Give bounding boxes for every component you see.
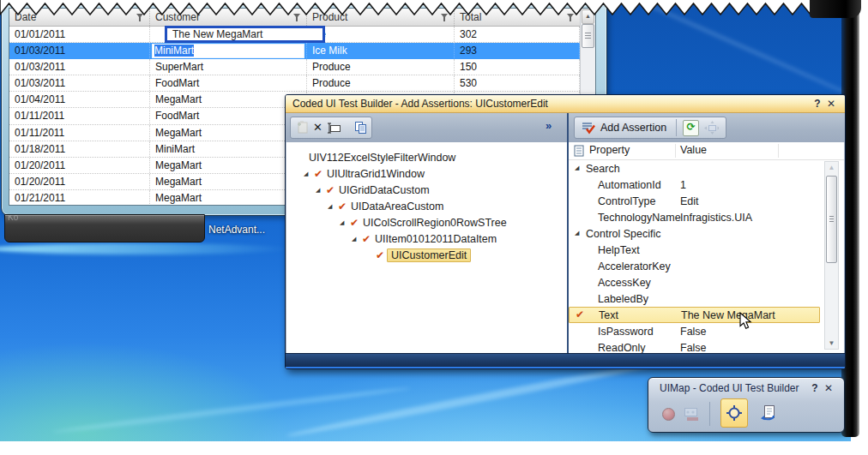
property-row[interactable]: AccessKey xyxy=(569,274,844,290)
wallpaper-light-streak xyxy=(52,385,411,434)
tree-item[interactable]: ◢✔UIDataAreaCustom xyxy=(286,198,567,214)
help-button[interactable]: ? xyxy=(811,98,824,110)
tree-toolbar-group: ✕ xyxy=(290,117,372,139)
refresh-icon[interactable]: ⟳ xyxy=(683,120,699,136)
table-row-selected[interactable]: 01/03/2011 MiniMart Ice Milk 293 xyxy=(9,43,580,59)
uimap-titlebar[interactable]: UIMap - Coded UI Test Builder ? ✕ xyxy=(648,378,844,397)
cell-customer[interactable]: MegaMart xyxy=(150,174,307,189)
cell-date[interactable]: 01/11/2011 xyxy=(9,108,150,123)
tree-item[interactable]: ◢✔UIColScrollRegion0RowSTree xyxy=(286,214,567,230)
selected-text: MiniMart xyxy=(154,45,194,57)
expander-icon[interactable]: ◢ xyxy=(575,165,579,171)
expander-icon[interactable]: ◢ xyxy=(340,219,350,226)
cell-customer[interactable]: SuperMart xyxy=(150,59,307,75)
background-window-bottom: Ko xyxy=(4,214,205,242)
scrollbar-thumb[interactable] xyxy=(582,24,594,48)
property-row[interactable]: ReadOnlyFalse xyxy=(569,339,844,353)
tree-item[interactable]: UIV112ExcelStyleFilterWindow xyxy=(286,149,567,165)
table-row[interactable]: 01/03/2011 FoodMart Produce 530 xyxy=(9,75,580,92)
cell-customer[interactable]: MegaMart xyxy=(150,158,307,173)
tree-item-selected[interactable]: ✔UICustomerEdit xyxy=(286,247,567,263)
thumb-grip xyxy=(585,33,591,39)
value-column-header[interactable]: Value xyxy=(680,144,707,156)
cell-total[interactable]: 530 xyxy=(455,75,580,91)
cell-date[interactable]: 01/18/2011 xyxy=(9,141,150,157)
tree-item[interactable]: ◢✔UIUltraGrid1Window xyxy=(286,165,567,182)
property-row[interactable]: AutomationId1 xyxy=(569,177,844,193)
uimap-toolbar-window: UIMap - Coded UI Test Builder ? ✕ xyxy=(648,377,845,433)
property-row[interactable]: LabeledBy xyxy=(569,290,844,307)
pane-splitter[interactable] xyxy=(567,113,569,353)
navigate-element-icon[interactable] xyxy=(703,120,719,135)
background-window-title[interactable]: NetAdvant... xyxy=(208,224,265,236)
scrollbar-thumb[interactable] xyxy=(826,176,837,263)
property-grid-scrollbar[interactable]: ▲ ▼ xyxy=(824,161,839,350)
cell-date[interactable]: 01/20/2011 xyxy=(9,174,150,189)
expander-icon[interactable]: ◢ xyxy=(316,187,326,194)
add-assertion-icon xyxy=(580,120,595,135)
property-row[interactable]: HelpText xyxy=(569,242,844,258)
cell-total[interactable]: 302 xyxy=(455,27,580,42)
cell-customer[interactable]: FoodMart xyxy=(150,108,307,123)
toolbar-separator xyxy=(709,402,710,426)
add-assertion-button[interactable]: Add Assertion xyxy=(600,122,670,134)
inline-edit-field[interactable]: MiniMart xyxy=(152,44,304,58)
cell-total[interactable]: 293 xyxy=(455,43,580,58)
property-category-row[interactable]: ◢Search xyxy=(569,160,844,177)
rename-element-icon[interactable] xyxy=(327,120,341,135)
delete-element-icon[interactable]: ✕ xyxy=(313,120,322,135)
property-row[interactable]: TechnologyNameInfragistics.UIA xyxy=(569,209,844,225)
record-button[interactable] xyxy=(662,408,675,421)
expander-icon[interactable]: ◢ xyxy=(328,203,338,210)
cell-date[interactable]: 01/03/2011 xyxy=(9,59,150,75)
cell-date[interactable]: 01/01/2011 xyxy=(9,27,150,42)
property-category-row[interactable]: ◢Control Specific xyxy=(569,225,844,242)
generate-code-icon[interactable] xyxy=(756,404,777,423)
cell-customer[interactable]: MegaMart xyxy=(150,125,307,141)
close-button[interactable]: ✕ xyxy=(822,382,835,394)
assertion-toolbar-group: Add Assertion ⟳ xyxy=(574,117,726,139)
cell-customer[interactable]: MiniMart xyxy=(150,141,307,157)
cell-product[interactable]: Ice xyxy=(307,27,455,42)
cell-customer[interactable]: MegaMart xyxy=(150,190,307,205)
add-element-icon[interactable] xyxy=(296,120,309,135)
close-button[interactable]: ✕ xyxy=(824,98,838,110)
cell-total[interactable]: 150 xyxy=(455,59,580,75)
cell-date[interactable]: 01/20/2011 xyxy=(9,158,150,173)
cell-date[interactable]: 01/04/2011 xyxy=(9,92,150,107)
tree-item[interactable]: ◢✔UIItem01012011DataItem xyxy=(286,230,567,247)
help-button[interactable]: ? xyxy=(808,382,822,394)
property-column-header[interactable]: Property xyxy=(589,144,630,156)
cell-date[interactable]: 01/03/2011 xyxy=(9,75,150,91)
property-row[interactable]: IsPasswordFalse xyxy=(569,323,844,339)
scroll-down-button[interactable]: ▼ xyxy=(825,339,838,347)
cell-product[interactable]: Produce xyxy=(307,59,455,75)
add-assertions-crosshair-button[interactable] xyxy=(720,398,748,428)
cell-customer[interactable]: MegaMart xyxy=(150,92,307,107)
wallpaper-light-streak xyxy=(0,243,292,254)
tree-item[interactable]: ◢✔UIGridDataCustom xyxy=(286,182,567,198)
expander-icon[interactable]: ◢ xyxy=(304,171,314,177)
scroll-up-button[interactable]: ▲ xyxy=(825,164,838,171)
check-icon: ✔ xyxy=(326,184,339,196)
expander-icon[interactable]: ◢ xyxy=(575,230,579,236)
property-row[interactable]: AcceleratorKey xyxy=(569,258,844,274)
assertion-target-highlight-box[interactable]: The New MegaMart xyxy=(165,26,325,43)
cell-date[interactable]: 01/21/2011 xyxy=(9,190,150,205)
check-icon: ✔ xyxy=(350,217,363,229)
cell-date[interactable]: 01/03/2011 xyxy=(9,43,150,58)
cell-customer[interactable]: FoodMart xyxy=(150,75,307,91)
cell-product[interactable]: Ice Milk xyxy=(307,43,455,58)
cell-customer-editing[interactable]: MiniMart xyxy=(150,43,307,58)
cell-product[interactable]: Produce xyxy=(307,75,455,91)
expander-icon[interactable]: ◢ xyxy=(352,236,362,242)
property-row[interactable]: ControlTypeEdit xyxy=(569,193,844,209)
property-row-selected[interactable]: ✔TextThe New MegaMart xyxy=(569,307,820,323)
table-row[interactable]: 01/01/2011 Ice 302 The New MegaMart xyxy=(9,27,580,43)
cell-date[interactable]: 01/11/2011 xyxy=(9,125,150,141)
expand-toolbar-chevron[interactable]: » xyxy=(546,119,552,132)
show-recorded-steps-icon[interactable] xyxy=(684,406,699,422)
dialog-titlebar[interactable]: Coded UI Test Builder - Add Assertions: … xyxy=(286,95,845,113)
table-row[interactable]: 01/03/2011 SuperMart Produce 150 xyxy=(9,59,580,75)
copy-icon[interactable] xyxy=(353,120,367,135)
